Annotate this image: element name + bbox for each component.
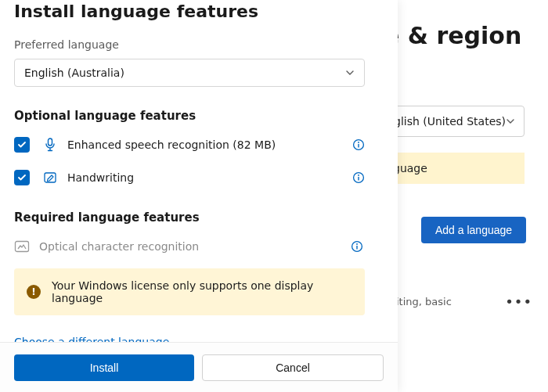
optional-features-heading: Optional language features <box>14 109 384 123</box>
add-language-button[interactable]: Add a language <box>421 217 526 243</box>
background-banner: guage <box>384 153 525 184</box>
svg-rect-3 <box>358 144 359 148</box>
chevron-down-icon <box>506 117 515 126</box>
display-language-value: glish (United States) <box>394 115 506 128</box>
feature-row-ocr: Optical character recognition <box>13 236 363 257</box>
ocr-label: Optical character recognition <box>39 240 351 253</box>
svg-rect-11 <box>356 246 357 250</box>
background-banner-text: guage <box>393 162 427 174</box>
chevron-down-icon <box>345 68 355 77</box>
info-icon[interactable] <box>351 240 363 253</box>
svg-point-6 <box>358 174 359 176</box>
svg-rect-0 <box>49 138 52 146</box>
ocr-icon <box>14 239 30 254</box>
preferred-language-select[interactable]: English (Australia) <box>14 59 365 87</box>
warning-icon: ! <box>27 285 41 299</box>
svg-point-10 <box>356 243 358 245</box>
more-icon[interactable]: ••• <box>505 293 532 310</box>
svg-point-2 <box>358 142 359 143</box>
install-language-features-dialog: Install language features Preferred lang… <box>0 0 398 392</box>
dialog-footer: Install Cancel <box>0 342 398 392</box>
dialog-title: Install language features <box>14 2 384 21</box>
cancel-button[interactable]: Cancel <box>202 354 384 381</box>
page-title: e & region <box>384 22 521 49</box>
speech-checkbox[interactable] <box>14 137 30 153</box>
add-language-label: Add a language <box>435 224 512 236</box>
choose-different-language-link[interactable]: Choose a different language <box>14 336 169 342</box>
install-button[interactable]: Install <box>14 354 194 381</box>
microphone-icon <box>42 137 58 153</box>
speech-label: Enhanced speech recognition (82 MB) <box>67 138 352 151</box>
license-warning-banner: ! Your Windows license only supports one… <box>14 268 365 315</box>
display-language-dropdown[interactable]: glish (United States) <box>384 106 525 137</box>
pen-icon <box>42 170 58 185</box>
preferred-language-label: Preferred language <box>14 38 384 51</box>
required-features-heading: Required language features <box>14 210 384 225</box>
handwriting-checkbox[interactable] <box>14 170 30 185</box>
info-icon[interactable] <box>352 138 365 151</box>
language-entry-row[interactable]: writing, basic ••• <box>384 293 532 310</box>
install-button-label: Install <box>90 361 119 374</box>
feature-row-handwriting: Handwriting <box>14 167 365 189</box>
handwriting-label: Handwriting <box>67 171 352 184</box>
preferred-language-value: English (Australia) <box>24 67 124 79</box>
cancel-button-label: Cancel <box>276 361 310 374</box>
feature-row-speech: Enhanced speech recognition (82 MB) <box>14 134 365 156</box>
svg-rect-7 <box>358 177 359 181</box>
info-icon[interactable] <box>352 171 365 184</box>
license-warning-text: Your Windows license only supports one d… <box>52 279 352 304</box>
svg-rect-4 <box>45 173 56 182</box>
